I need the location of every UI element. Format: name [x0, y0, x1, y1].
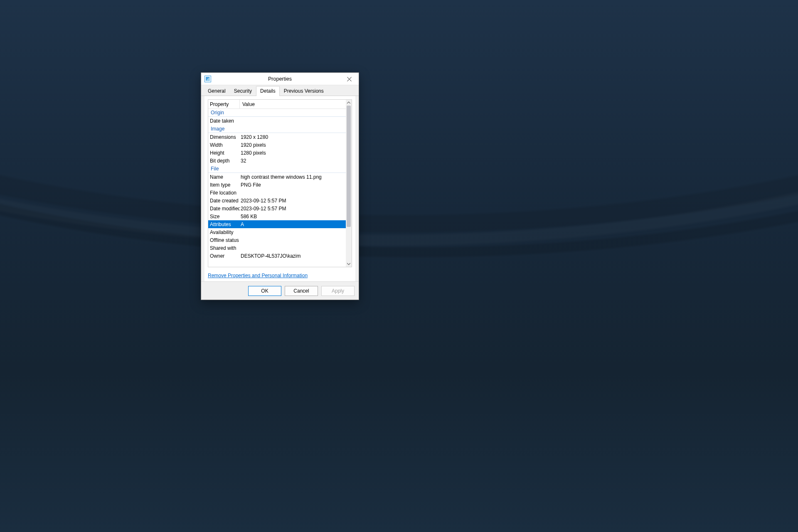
desktop-wallpaper: Properties General Security Details Prev…: [0, 0, 798, 532]
details-header[interactable]: Property Value: [208, 100, 352, 109]
link-row: Remove Properties and Personal Informati…: [204, 269, 355, 281]
row-name[interactable]: Name high contrast theme windows 11.png: [208, 173, 346, 181]
close-button[interactable]: [340, 73, 359, 85]
prop-value: A: [240, 222, 346, 227]
scroll-thumb[interactable]: [347, 106, 351, 227]
apply-button[interactable]: Apply: [321, 286, 355, 296]
group-origin: Origin: [208, 109, 346, 117]
prop-value: high contrast theme windows 11.png: [240, 174, 346, 180]
group-image: Image: [208, 125, 346, 133]
row-file-location[interactable]: File location: [208, 189, 346, 197]
prop-label: Name: [208, 174, 240, 180]
prop-label: Shared with: [208, 245, 240, 251]
prop-value: 1280 pixels: [240, 150, 346, 156]
prop-label: Attributes: [208, 222, 240, 227]
column-header-value[interactable]: Value: [240, 100, 352, 108]
row-attributes[interactable]: Attributes A: [208, 220, 346, 228]
tab-previous-versions[interactable]: Previous Versions: [280, 86, 328, 96]
close-icon: [347, 77, 352, 81]
prop-label: Date taken: [208, 118, 240, 124]
row-availability[interactable]: Availability: [208, 228, 346, 236]
prop-label: Item type: [208, 182, 240, 188]
prop-value: 798 x 532: [240, 134, 346, 140]
tab-strip: General Security Details Previous Versio…: [201, 85, 359, 96]
tab-details[interactable]: Details: [256, 86, 280, 96]
row-bit-depth[interactable]: Bit depth 32: [208, 157, 346, 165]
row-item-type[interactable]: Item type PNG File: [208, 181, 346, 189]
dialog-button-row: OK Cancel Apply: [201, 281, 359, 300]
chevron-up-icon: [347, 101, 350, 104]
details-body: Origin Date taken Image Dimensions 1920 …: [208, 109, 346, 267]
group-file: File: [208, 165, 346, 173]
row-owner[interactable]: Owner DESKTOP-4L537JO\kazim: [208, 252, 346, 260]
details-tab-panel: Property Value Origin Date taken Image D…: [204, 96, 355, 296]
row-date-taken[interactable]: Date taken: [208, 117, 346, 125]
remove-properties-link[interactable]: Remove Properties and Personal Informati…: [208, 273, 308, 278]
titlebar[interactable]: Properties: [201, 73, 359, 85]
prop-label: Offline status: [208, 237, 240, 243]
prop-label: Date created: [208, 198, 240, 204]
row-size[interactable]: Size 586 KB: [208, 212, 346, 220]
prop-value: PNG File: [240, 182, 346, 188]
image-file-icon: [204, 76, 211, 82]
prop-label: Width: [208, 142, 240, 148]
prop-label: Height: [208, 150, 240, 156]
row-dimensions[interactable]: Dimensions 798 x 532: [208, 133, 346, 141]
chevron-down-icon: [347, 262, 350, 266]
prop-value: 2023-09-12 5:57 PM: [240, 206, 346, 212]
tab-security[interactable]: Security: [230, 86, 256, 96]
row-date-created[interactable]: Date created 2023-09-12 5:57 PM: [208, 197, 346, 204]
properties-dialog: Properties General Security Details Prev…: [201, 72, 359, 300]
prop-label: Dimensions: [208, 134, 240, 140]
column-header-property[interactable]: Property: [208, 100, 240, 108]
scroll-track[interactable]: [346, 106, 352, 261]
prop-label: Bit depth: [208, 158, 240, 164]
row-height[interactable]: Height 1280 pixels: [208, 149, 346, 157]
vertical-scrollbar[interactable]: [346, 100, 352, 267]
scroll-up-button[interactable]: [346, 100, 352, 106]
prop-label: Availability: [208, 229, 240, 235]
ok-button[interactable]: OK: [248, 286, 281, 296]
details-list[interactable]: Property Value Origin Date taken Image D…: [208, 99, 352, 267]
prop-value: 32: [240, 158, 346, 164]
cancel-button[interactable]: Cancel: [285, 286, 318, 296]
row-date-modified[interactable]: Date modified 2023-09-12 5:57 PM: [208, 204, 346, 212]
row-width[interactable]: Width 1920 pixels: [208, 141, 346, 149]
prop-value: 586 KB: [240, 214, 346, 219]
prop-value: 2023-09-12 5:57 PM: [240, 198, 346, 204]
prop-label: Owner: [208, 253, 240, 259]
prop-label: Date modified: [208, 206, 240, 212]
prop-label: File location: [208, 190, 240, 196]
prop-value: 1920 pixels: [240, 142, 346, 148]
tab-general[interactable]: General: [204, 86, 230, 96]
row-shared-with[interactable]: Shared with: [208, 244, 346, 252]
row-offline-status[interactable]: Offline status: [208, 236, 346, 244]
scroll-down-button[interactable]: [346, 261, 352, 267]
window-title: Properties: [201, 76, 359, 82]
prop-label: Size: [208, 214, 240, 219]
prop-value: DESKTOP-4L537JO\kazim: [240, 253, 346, 259]
